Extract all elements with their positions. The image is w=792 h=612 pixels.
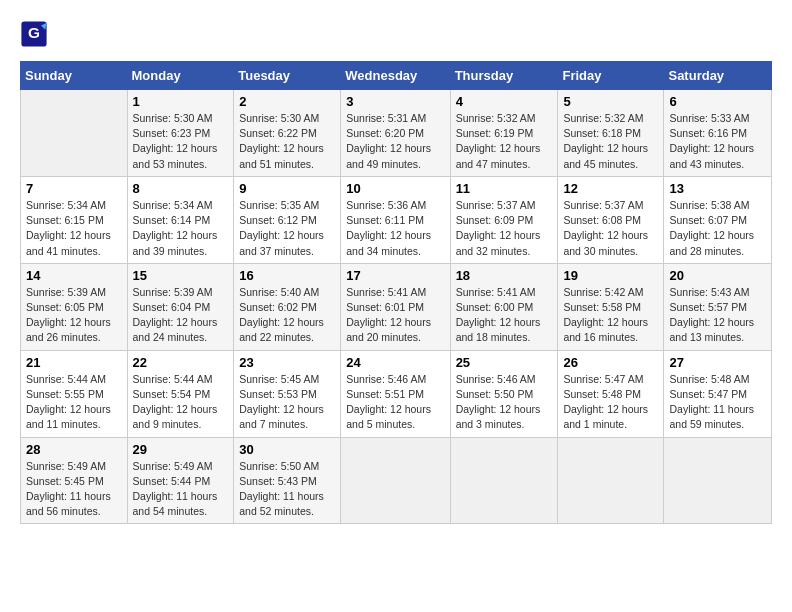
- day-number: 9: [239, 181, 335, 196]
- header-friday: Friday: [558, 62, 664, 90]
- day-number: 30: [239, 442, 335, 457]
- day-number: 15: [133, 268, 229, 283]
- calendar-cell: 2Sunrise: 5:30 AMSunset: 6:22 PMDaylight…: [234, 90, 341, 177]
- day-info: Sunrise: 5:48 AMSunset: 5:47 PMDaylight:…: [669, 372, 766, 433]
- calendar-cell: 24Sunrise: 5:46 AMSunset: 5:51 PMDayligh…: [341, 350, 450, 437]
- calendar-cell: 7Sunrise: 5:34 AMSunset: 6:15 PMDaylight…: [21, 176, 128, 263]
- day-number: 19: [563, 268, 658, 283]
- day-number: 23: [239, 355, 335, 370]
- day-info: Sunrise: 5:45 AMSunset: 5:53 PMDaylight:…: [239, 372, 335, 433]
- day-info: Sunrise: 5:44 AMSunset: 5:54 PMDaylight:…: [133, 372, 229, 433]
- calendar-cell: [664, 437, 772, 524]
- calendar-cell: 12Sunrise: 5:37 AMSunset: 6:08 PMDayligh…: [558, 176, 664, 263]
- day-info: Sunrise: 5:50 AMSunset: 5:43 PMDaylight:…: [239, 459, 335, 520]
- calendar-cell: 17Sunrise: 5:41 AMSunset: 6:01 PMDayligh…: [341, 263, 450, 350]
- calendar-cell: 27Sunrise: 5:48 AMSunset: 5:47 PMDayligh…: [664, 350, 772, 437]
- day-number: 16: [239, 268, 335, 283]
- logo: G: [20, 20, 52, 48]
- day-info: Sunrise: 5:32 AMSunset: 6:18 PMDaylight:…: [563, 111, 658, 172]
- day-info: Sunrise: 5:32 AMSunset: 6:19 PMDaylight:…: [456, 111, 553, 172]
- calendar-cell: 30Sunrise: 5:50 AMSunset: 5:43 PMDayligh…: [234, 437, 341, 524]
- day-number: 10: [346, 181, 444, 196]
- calendar-cell: 1Sunrise: 5:30 AMSunset: 6:23 PMDaylight…: [127, 90, 234, 177]
- day-info: Sunrise: 5:36 AMSunset: 6:11 PMDaylight:…: [346, 198, 444, 259]
- day-info: Sunrise: 5:34 AMSunset: 6:14 PMDaylight:…: [133, 198, 229, 259]
- day-info: Sunrise: 5:41 AMSunset: 6:01 PMDaylight:…: [346, 285, 444, 346]
- day-info: Sunrise: 5:38 AMSunset: 6:07 PMDaylight:…: [669, 198, 766, 259]
- calendar-cell: 9Sunrise: 5:35 AMSunset: 6:12 PMDaylight…: [234, 176, 341, 263]
- calendar-cell: 11Sunrise: 5:37 AMSunset: 6:09 PMDayligh…: [450, 176, 558, 263]
- day-number: 12: [563, 181, 658, 196]
- week-row-3: 21Sunrise: 5:44 AMSunset: 5:55 PMDayligh…: [21, 350, 772, 437]
- day-number: 21: [26, 355, 122, 370]
- header-tuesday: Tuesday: [234, 62, 341, 90]
- calendar-cell: [450, 437, 558, 524]
- day-info: Sunrise: 5:37 AMSunset: 6:09 PMDaylight:…: [456, 198, 553, 259]
- general-blue-logo-icon: G: [20, 20, 48, 48]
- day-info: Sunrise: 5:41 AMSunset: 6:00 PMDaylight:…: [456, 285, 553, 346]
- day-number: 26: [563, 355, 658, 370]
- day-number: 7: [26, 181, 122, 196]
- week-row-0: 1Sunrise: 5:30 AMSunset: 6:23 PMDaylight…: [21, 90, 772, 177]
- day-info: Sunrise: 5:37 AMSunset: 6:08 PMDaylight:…: [563, 198, 658, 259]
- day-info: Sunrise: 5:44 AMSunset: 5:55 PMDaylight:…: [26, 372, 122, 433]
- calendar-cell: 19Sunrise: 5:42 AMSunset: 5:58 PMDayligh…: [558, 263, 664, 350]
- day-info: Sunrise: 5:35 AMSunset: 6:12 PMDaylight:…: [239, 198, 335, 259]
- day-number: 28: [26, 442, 122, 457]
- day-info: Sunrise: 5:40 AMSunset: 6:02 PMDaylight:…: [239, 285, 335, 346]
- day-number: 22: [133, 355, 229, 370]
- day-info: Sunrise: 5:42 AMSunset: 5:58 PMDaylight:…: [563, 285, 658, 346]
- day-number: 27: [669, 355, 766, 370]
- day-number: 5: [563, 94, 658, 109]
- header-saturday: Saturday: [664, 62, 772, 90]
- day-number: 3: [346, 94, 444, 109]
- day-info: Sunrise: 5:43 AMSunset: 5:57 PMDaylight:…: [669, 285, 766, 346]
- week-row-4: 28Sunrise: 5:49 AMSunset: 5:45 PMDayligh…: [21, 437, 772, 524]
- calendar-cell: [558, 437, 664, 524]
- day-info: Sunrise: 5:34 AMSunset: 6:15 PMDaylight:…: [26, 198, 122, 259]
- day-number: 4: [456, 94, 553, 109]
- day-info: Sunrise: 5:39 AMSunset: 6:04 PMDaylight:…: [133, 285, 229, 346]
- calendar-cell: 6Sunrise: 5:33 AMSunset: 6:16 PMDaylight…: [664, 90, 772, 177]
- day-number: 8: [133, 181, 229, 196]
- svg-text:G: G: [28, 24, 40, 41]
- day-info: Sunrise: 5:47 AMSunset: 5:48 PMDaylight:…: [563, 372, 658, 433]
- header-wednesday: Wednesday: [341, 62, 450, 90]
- day-info: Sunrise: 5:39 AMSunset: 6:05 PMDaylight:…: [26, 285, 122, 346]
- calendar-cell: 3Sunrise: 5:31 AMSunset: 6:20 PMDaylight…: [341, 90, 450, 177]
- day-info: Sunrise: 5:33 AMSunset: 6:16 PMDaylight:…: [669, 111, 766, 172]
- day-number: 17: [346, 268, 444, 283]
- calendar-table: SundayMondayTuesdayWednesdayThursdayFrid…: [20, 61, 772, 524]
- calendar-cell: 28Sunrise: 5:49 AMSunset: 5:45 PMDayligh…: [21, 437, 128, 524]
- calendar-cell: 20Sunrise: 5:43 AMSunset: 5:57 PMDayligh…: [664, 263, 772, 350]
- day-number: 20: [669, 268, 766, 283]
- day-info: Sunrise: 5:30 AMSunset: 6:23 PMDaylight:…: [133, 111, 229, 172]
- calendar-cell: 8Sunrise: 5:34 AMSunset: 6:14 PMDaylight…: [127, 176, 234, 263]
- day-number: 14: [26, 268, 122, 283]
- week-row-2: 14Sunrise: 5:39 AMSunset: 6:05 PMDayligh…: [21, 263, 772, 350]
- day-number: 29: [133, 442, 229, 457]
- day-number: 2: [239, 94, 335, 109]
- calendar-cell: 15Sunrise: 5:39 AMSunset: 6:04 PMDayligh…: [127, 263, 234, 350]
- calendar-cell: 22Sunrise: 5:44 AMSunset: 5:54 PMDayligh…: [127, 350, 234, 437]
- calendar-cell: 4Sunrise: 5:32 AMSunset: 6:19 PMDaylight…: [450, 90, 558, 177]
- header-thursday: Thursday: [450, 62, 558, 90]
- calendar-cell: 16Sunrise: 5:40 AMSunset: 6:02 PMDayligh…: [234, 263, 341, 350]
- day-number: 25: [456, 355, 553, 370]
- day-info: Sunrise: 5:30 AMSunset: 6:22 PMDaylight:…: [239, 111, 335, 172]
- calendar-header-row: SundayMondayTuesdayWednesdayThursdayFrid…: [21, 62, 772, 90]
- calendar-cell: 29Sunrise: 5:49 AMSunset: 5:44 PMDayligh…: [127, 437, 234, 524]
- day-number: 11: [456, 181, 553, 196]
- top-bar: G: [20, 20, 772, 53]
- day-number: 24: [346, 355, 444, 370]
- day-info: Sunrise: 5:49 AMSunset: 5:45 PMDaylight:…: [26, 459, 122, 520]
- calendar-cell: 5Sunrise: 5:32 AMSunset: 6:18 PMDaylight…: [558, 90, 664, 177]
- calendar-cell: 18Sunrise: 5:41 AMSunset: 6:00 PMDayligh…: [450, 263, 558, 350]
- day-number: 1: [133, 94, 229, 109]
- day-info: Sunrise: 5:49 AMSunset: 5:44 PMDaylight:…: [133, 459, 229, 520]
- calendar-cell: 21Sunrise: 5:44 AMSunset: 5:55 PMDayligh…: [21, 350, 128, 437]
- day-info: Sunrise: 5:46 AMSunset: 5:50 PMDaylight:…: [456, 372, 553, 433]
- calendar-cell: [341, 437, 450, 524]
- calendar-cell: 23Sunrise: 5:45 AMSunset: 5:53 PMDayligh…: [234, 350, 341, 437]
- day-number: 6: [669, 94, 766, 109]
